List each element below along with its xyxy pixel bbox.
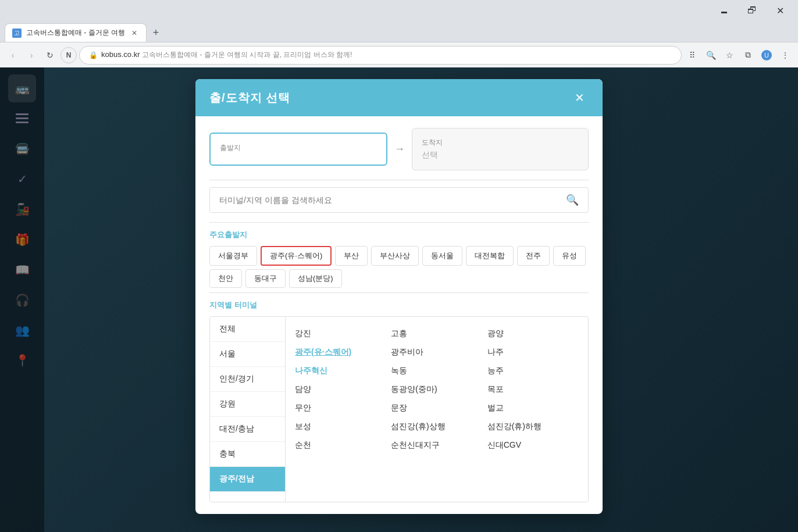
profile-button[interactable]: U	[758, 47, 775, 63]
region-seoul[interactable]: 서울	[210, 342, 285, 367]
search-input[interactable]	[219, 195, 566, 205]
terminal-suncheon[interactable]: 순천	[295, 438, 386, 453]
pop-btn-seongnam[interactable]: 성남(분당)	[289, 269, 342, 288]
back-button[interactable]: ‹	[5, 47, 21, 63]
search-bar: 🔍	[209, 187, 589, 213]
departure-box[interactable]: 출발지	[209, 133, 387, 166]
popular-section-label: 주요출발지	[209, 230, 589, 240]
forward-button[interactable]: ›	[23, 47, 40, 63]
secure-icon: 🔒	[89, 51, 98, 59]
terminal-gwangyang[interactable]: 광양	[487, 326, 579, 341]
modal-header: 출/도착지 선택 ✕	[195, 79, 603, 116]
divider-1	[209, 180, 589, 180]
search-icon: 🔍	[566, 194, 579, 206]
url-description: 고속버스통합예매 - 즐거운 여행의 시작과 끝, 프리미엄 버스와 함께!	[142, 51, 352, 59]
modal-body: 출발지 → 도착지 선택 🔍 주요출발지 서울경부 광주(유·스퀘어) 부	[195, 116, 603, 514]
close-button[interactable]: ✕	[767, 2, 793, 19]
arrival-placeholder: 선택	[422, 150, 579, 160]
terminal-naju-hyeoksin[interactable]: 나주혁신	[295, 363, 386, 379]
tab-bar: 고 고속버스통합예매 - 즐거운 여행 ✕ +	[0, 21, 798, 42]
region-all[interactable]: 전체	[210, 317, 285, 342]
pop-btn-busan[interactable]: 부산	[335, 246, 368, 266]
pop-btn-cheonan[interactable]: 천안	[209, 269, 242, 288]
url-text: kobus.co.kr 고속버스통합예매 - 즐거운 여행의 시작과 끝, 프리…	[101, 50, 672, 60]
svg-text:U: U	[764, 52, 769, 59]
region-gangwon[interactable]: 강원	[210, 392, 285, 417]
address-bar: ‹ › ↻ N 🔒 kobus.co.kr 고속버스통합예매 - 즐거운 여행의…	[0, 42, 798, 67]
dep-arr-row: 출발지 → 도착지 선택	[209, 128, 589, 170]
departure-arrival-modal: 출/도착지 선택 ✕ 출발지 → 도착지 선택 🔍	[195, 79, 603, 514]
extensions-button[interactable]: ⠿	[684, 47, 700, 63]
terminal-gwangju-bia[interactable]: 광주비아	[391, 345, 482, 360]
divider-2	[209, 222, 589, 223]
region-list: 전체 서울 인천/경기 강원 대전/충남 충북 광주/전남	[210, 317, 286, 502]
divider-3	[209, 292, 589, 293]
terminal-sidae-cgv[interactable]: 신대CGV	[487, 438, 579, 453]
arrival-label: 도착지	[422, 138, 579, 148]
terminal-nokdong[interactable]: 녹동	[391, 363, 482, 379]
modal-title: 출/도착지 선택	[209, 90, 290, 106]
modal-close-button[interactable]: ✕	[570, 88, 589, 107]
maximize-button[interactable]: 🗗	[739, 2, 765, 19]
pop-btn-jeonju[interactable]: 전주	[517, 246, 550, 266]
tab-favicon: 고	[12, 28, 22, 38]
zoom-button[interactable]: 🔍	[703, 47, 719, 63]
bookmark-button[interactable]: ☆	[721, 47, 738, 63]
modal-overlay: 출/도착지 선택 ✕ 출발지 → 도착지 선택 🔍	[0, 67, 798, 532]
pop-btn-daejeon[interactable]: 대전복합	[466, 246, 514, 266]
regional-section-label: 지역별 터미널	[209, 300, 589, 310]
url-bar[interactable]: 🔒 kobus.co.kr 고속버스통합예매 - 즐거운 여행의 시작과 끝, …	[79, 46, 682, 65]
home-button[interactable]: N	[60, 47, 77, 63]
browser-chrome: 🗕 🗗 ✕ 고 고속버스통합예매 - 즐거운 여행 ✕ + ‹ › ↻ N 🔒 …	[0, 0, 798, 67]
region-gwangju-jeonnam[interactable]: 광주/전남	[210, 467, 285, 492]
terminal-naju[interactable]: 나주	[487, 345, 579, 360]
active-tab[interactable]: 고 고속버스통합예매 - 즐거운 여행 ✕	[5, 23, 147, 42]
title-bar: 🗕 🗗 ✕	[0, 0, 798, 21]
toolbar-icons: ⠿ 🔍 ☆ ⧉ U ⋮	[684, 47, 793, 63]
terminal-gangjin[interactable]: 강진	[295, 326, 386, 341]
terminal-mokpo[interactable]: 목포	[487, 382, 579, 397]
minimize-button[interactable]: 🗕	[711, 2, 738, 19]
terminal-neungju[interactable]: 능주	[487, 363, 579, 379]
tab-title: 고속버스통합예매 - 즐거운 여행	[26, 28, 125, 38]
screenshot-button[interactable]: ⧉	[740, 47, 756, 63]
region-chungbuk[interactable]: 충북	[210, 442, 285, 467]
arrival-box[interactable]: 도착지 선택	[412, 128, 589, 170]
pop-btn-dong-seoul[interactable]: 동서울	[422, 246, 462, 266]
terminal-muan[interactable]: 무안	[295, 401, 386, 416]
pop-btn-yuseong[interactable]: 유성	[553, 246, 586, 266]
refresh-button[interactable]: ↻	[42, 47, 58, 63]
pop-btn-dong-daegu[interactable]: 동대구	[245, 269, 286, 288]
arrow-icon: →	[394, 143, 405, 155]
terminal-list: 강진 고흥 광양 광주(유·스퀘어) 광주비아 나주 나주혁신 녹동 능주 담양…	[286, 317, 588, 502]
pop-btn-busan-sasang[interactable]: 부산사상	[371, 246, 419, 266]
menu-button[interactable]: ⋮	[777, 47, 793, 63]
terminal-damyang[interactable]: 담양	[295, 382, 386, 397]
popular-grid: 서울경부 광주(유·스퀘어) 부산 부산사상 동서울 대전복합 전주 유성 천안…	[209, 246, 589, 288]
region-daejeon[interactable]: 대전/충남	[210, 417, 285, 442]
terminal-donggwangyang[interactable]: 동광양(중마)	[391, 382, 482, 397]
terminal-goheung[interactable]: 고흥	[391, 326, 482, 341]
terminal-beolgyo[interactable]: 벌교	[487, 401, 579, 416]
url-domain: kobus.co.kr	[101, 50, 140, 59]
terminal-seomjin-down[interactable]: 섬진강(휴)하행	[487, 419, 579, 434]
regional-section: 전체 서울 인천/경기 강원 대전/충남 충북 광주/전남 강진 고흥 광양 광…	[209, 316, 589, 502]
new-tab-button[interactable]: +	[147, 23, 165, 42]
pop-btn-seoul-gyeongbu[interactable]: 서울경부	[209, 246, 257, 266]
terminal-boseong[interactable]: 보성	[295, 419, 386, 434]
terminal-seomjin-up[interactable]: 섬진강(휴)상행	[391, 419, 482, 434]
region-incheon[interactable]: 인천/경기	[210, 367, 285, 392]
terminal-munjang[interactable]: 문장	[391, 401, 482, 416]
pop-btn-gwangju[interactable]: 광주(유·스퀘어)	[261, 246, 332, 266]
title-bar-controls: 🗕 🗗 ✕	[711, 2, 793, 19]
terminal-gwangju[interactable]: 광주(유·스퀘어)	[295, 345, 386, 360]
tab-close-button[interactable]: ✕	[130, 28, 139, 38]
departure-label: 출발지	[220, 143, 377, 153]
terminal-suncheon-sidae[interactable]: 순천신대지구	[391, 438, 482, 453]
